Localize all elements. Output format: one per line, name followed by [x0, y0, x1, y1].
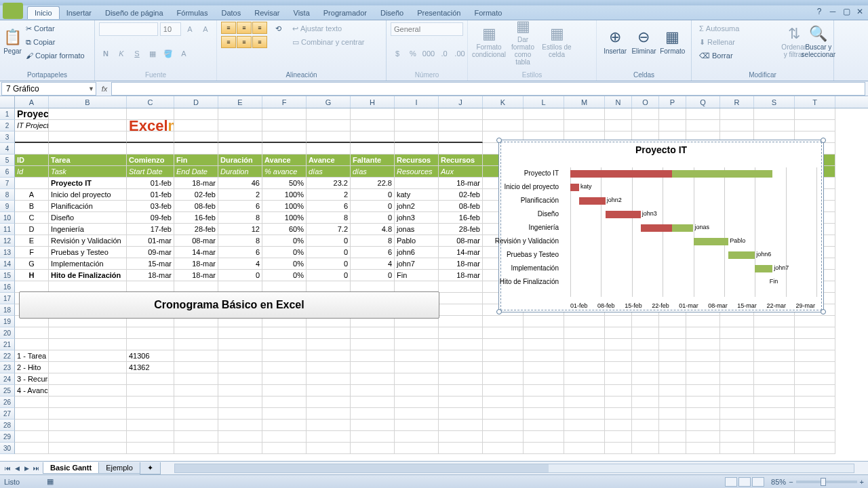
tab-programador[interactable]: Programador: [317, 7, 374, 19]
cell[interactable]: 0: [307, 258, 351, 270]
cell[interactable]: [754, 120, 795, 131]
cell[interactable]: jonas: [395, 224, 439, 235]
row-header[interactable]: 13: [0, 247, 15, 258]
tab-inicio[interactable]: Inicio: [27, 6, 60, 19]
cell[interactable]: [632, 443, 659, 454]
cell[interactable]: [720, 362, 754, 373]
cell[interactable]: [720, 316, 754, 327]
cell[interactable]: [483, 396, 524, 408]
cell[interactable]: [795, 408, 835, 420]
cell[interactable]: [351, 120, 395, 131]
autosum-button[interactable]: Σ Autosuma: [696, 22, 743, 35]
cell[interactable]: [351, 339, 395, 350]
table-format-button[interactable]: ▦Dar formato como tabla: [506, 22, 540, 62]
cell[interactable]: [720, 408, 754, 420]
cell[interactable]: 14-mar: [174, 247, 218, 258]
cell[interactable]: [754, 362, 795, 373]
cell[interactable]: [605, 316, 632, 327]
row-header[interactable]: 10: [0, 212, 15, 224]
row-header[interactable]: 1: [0, 108, 15, 120]
cell[interactable]: Diseño: [49, 212, 127, 224]
cell[interactable]: [174, 131, 218, 143]
row-header[interactable]: 17: [0, 293, 15, 304]
cell[interactable]: [439, 304, 483, 316]
cell[interactable]: [395, 350, 439, 362]
cell[interactable]: 6: [307, 201, 351, 212]
cell[interactable]: [720, 120, 754, 131]
cell[interactable]: [564, 408, 605, 420]
format-painter-button[interactable]: 🖌Copiar formato: [22, 49, 88, 62]
cell[interactable]: [262, 431, 307, 443]
cell[interactable]: john7: [395, 258, 439, 270]
row-header[interactable]: 29: [0, 431, 15, 443]
number-format-combo[interactable]: General: [391, 22, 463, 36]
comma-button[interactable]: 000: [422, 47, 435, 60]
cell[interactable]: [795, 339, 835, 350]
cell[interactable]: [351, 143, 395, 155]
cell[interactable]: % avance: [262, 166, 307, 178]
cell[interactable]: [659, 396, 686, 408]
cell[interactable]: 09-feb: [127, 212, 174, 224]
sort-filter-button[interactable]: ⇅Ordenar y filtrar: [783, 22, 805, 62]
cell[interactable]: [174, 327, 218, 339]
cell[interactable]: [307, 108, 351, 120]
cell[interactable]: [754, 431, 795, 443]
dec-decimal-button[interactable]: .00: [453, 47, 467, 60]
cell[interactable]: 2: [218, 189, 262, 201]
cell[interactable]: 8: [218, 212, 262, 224]
cell[interactable]: [795, 327, 835, 339]
cell[interactable]: [218, 420, 262, 431]
cell[interactable]: [564, 350, 605, 362]
cell[interactable]: [605, 362, 632, 373]
cell[interactable]: [483, 362, 524, 373]
cell[interactable]: [754, 396, 795, 408]
zoom-out-button[interactable]: −: [789, 478, 793, 486]
cell[interactable]: 6: [351, 247, 395, 258]
cell[interactable]: Fin: [395, 270, 439, 281]
row-header[interactable]: 18: [0, 304, 15, 316]
cell[interactable]: [218, 131, 262, 143]
cell[interactable]: [218, 385, 262, 396]
cell[interactable]: [15, 420, 49, 431]
cell[interactable]: ID: [15, 155, 49, 166]
cell[interactable]: 02-feb: [439, 189, 483, 201]
cell[interactable]: 100%: [262, 212, 307, 224]
formula-bar[interactable]: [111, 82, 865, 96]
cell[interactable]: [174, 420, 218, 431]
tab-diseno[interactable]: Diseño: [374, 7, 410, 19]
bold-button[interactable]: N: [99, 47, 113, 60]
cell[interactable]: [351, 362, 395, 373]
cell[interactable]: 16-feb: [439, 212, 483, 224]
last-sheet-button[interactable]: ⏭: [31, 465, 41, 472]
name-box[interactable]: 7 Gráfico▼: [1, 82, 96, 96]
cell[interactable]: [564, 396, 605, 408]
fill-button[interactable]: ⬇ Rellenar: [696, 35, 738, 49]
cell[interactable]: [632, 362, 659, 373]
cell[interactable]: [605, 431, 632, 443]
cell[interactable]: [795, 396, 835, 408]
cell[interactable]: [632, 108, 659, 120]
cell[interactable]: [564, 420, 605, 431]
cell[interactable]: [307, 443, 351, 454]
cell[interactable]: [127, 408, 174, 420]
zoom-in-button[interactable]: +: [860, 478, 864, 486]
paste-button[interactable]: 📋Pegar: [4, 22, 21, 62]
row-header[interactable]: 23: [0, 362, 15, 373]
tab-formulas[interactable]: Fórmulas: [170, 7, 215, 19]
cell[interactable]: [307, 385, 351, 396]
clear-button[interactable]: ⌫ Borrar: [696, 49, 736, 62]
cell[interactable]: 100%: [262, 201, 307, 212]
cell[interactable]: [483, 443, 524, 454]
cell[interactable]: [395, 385, 439, 396]
font-combo[interactable]: [99, 22, 158, 36]
cell[interactable]: 0: [351, 201, 395, 212]
next-sheet-button[interactable]: ▶: [22, 465, 31, 472]
currency-button[interactable]: $: [391, 47, 404, 60]
cell[interactable]: [564, 316, 605, 327]
cell[interactable]: [307, 431, 351, 443]
cell[interactable]: [659, 316, 686, 327]
cell[interactable]: [524, 373, 564, 385]
cell[interactable]: [127, 443, 174, 454]
cell[interactable]: 03-feb: [127, 201, 174, 212]
grow-font-button[interactable]: A: [183, 22, 197, 36]
